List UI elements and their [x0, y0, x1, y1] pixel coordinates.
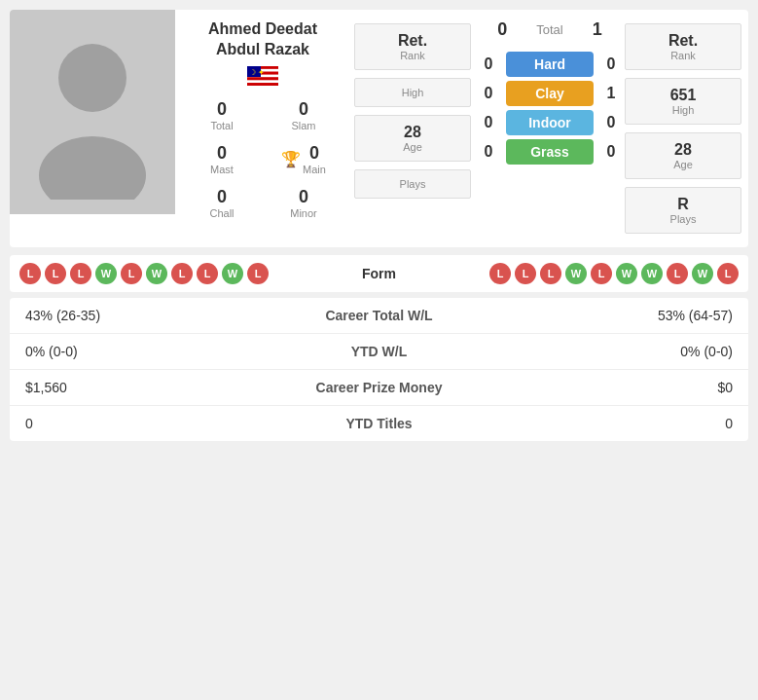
- surface-row-hard: 0 Hard 0: [479, 52, 621, 77]
- left-player-info: Ahmed Deedat Abdul Razak ☽ ✦: [175, 10, 350, 233]
- surface-rows: 0 Hard 0 0 Clay 1 0 Indoor 0 0 Grass: [479, 48, 621, 168]
- form-badge: L: [717, 263, 739, 284]
- career-stat-right: 53% (64-57): [477, 308, 734, 323]
- form-badge: W: [692, 263, 713, 284]
- surface-row-grass: 0 Grass 0: [479, 139, 621, 165]
- form-badge: L: [19, 263, 41, 284]
- career-stats-section: 43% (26-35) Career Total W/L 53% (64-57)…: [10, 298, 748, 441]
- form-badge: W: [95, 263, 117, 284]
- left-player-flag: ☽ ✦: [183, 66, 343, 90]
- trophy-icon-left: 🏆: [281, 150, 301, 168]
- career-stat-row: 43% (26-35) Career Total W/L 53% (64-57): [10, 298, 748, 334]
- form-section: LLLWLWLLWL Form LLLWLWWLWL: [10, 255, 748, 292]
- form-badge: W: [565, 263, 587, 284]
- form-badge: L: [591, 263, 612, 284]
- career-stat-row: 0 YTD Titles 0: [10, 406, 748, 441]
- svg-rect-7: [247, 77, 278, 80]
- career-stat-left: 0: [25, 416, 282, 431]
- grass-surface-btn[interactable]: Grass: [506, 139, 594, 165]
- form-label: Form: [321, 266, 438, 281]
- career-stat-right: $0: [477, 380, 734, 395]
- total-row: 0 Total 1: [497, 19, 602, 40]
- form-badge: L: [489, 263, 511, 284]
- svg-rect-8: [247, 80, 278, 83]
- career-stat-label: YTD Titles: [282, 416, 477, 431]
- career-stat-label: Career Total W/L: [282, 308, 477, 323]
- indoor-surface-btn[interactable]: Indoor: [506, 110, 594, 135]
- form-badge: W: [222, 263, 243, 284]
- left-player-photo: [10, 10, 175, 214]
- form-badge: L: [667, 263, 688, 284]
- surface-row-indoor: 0 Indoor 0: [479, 110, 621, 135]
- left-age-box: 28 Age: [354, 115, 471, 162]
- form-badge: W: [641, 263, 663, 284]
- left-slam-stat: 0 Slam: [265, 95, 343, 135]
- form-badge: L: [70, 263, 91, 284]
- career-stat-label: YTD W/L: [282, 344, 477, 359]
- svg-rect-9: [247, 83, 278, 86]
- right-form-results: LLLWLWWLWL: [438, 263, 740, 284]
- right-high-box: 651 High: [625, 78, 741, 125]
- right-plays-box: R Plays: [625, 187, 741, 234]
- left-form-results: LLLWLWLLWL: [19, 263, 321, 284]
- left-total-stat: 0 Total: [183, 95, 261, 135]
- career-stat-label: Career Prize Money: [282, 380, 477, 395]
- hard-surface-btn[interactable]: Hard: [506, 52, 594, 77]
- form-badge: L: [45, 263, 66, 284]
- form-badge: L: [171, 263, 193, 284]
- left-high-box: High: [354, 78, 471, 107]
- right-rank-box: Ret. Rank: [625, 23, 741, 70]
- right-player-info: Linus Frost 0 Total 0 Slam: [741, 10, 748, 214]
- form-badge: L: [515, 263, 536, 284]
- right-rank-column: Ret. Rank 651 High 28 Age R Plays: [625, 10, 741, 247]
- main-container: Ahmed Deedat Abdul Razak ☽ ✦: [0, 0, 758, 451]
- right-age-box: 28 Age: [625, 132, 741, 179]
- career-stat-left: 0% (0-0): [25, 344, 282, 359]
- career-stat-right: 0: [477, 416, 734, 431]
- svg-point-0: [58, 44, 126, 112]
- left-chall-stat: 0 Chall: [183, 183, 261, 223]
- surface-row-clay: 0 Clay 1: [479, 81, 621, 106]
- top-section: Ahmed Deedat Abdul Razak ☽ ✦: [10, 10, 748, 247]
- form-badge: W: [616, 263, 637, 284]
- career-stat-row: 0% (0-0) YTD W/L 0% (0-0): [10, 334, 748, 370]
- form-badge: W: [146, 263, 167, 284]
- left-minor-stat: 0 Minor: [265, 183, 343, 223]
- left-mast-stat: 0 Mast: [183, 139, 261, 179]
- career-stat-left: $1,560: [25, 380, 282, 395]
- svg-text:☽ ✦: ☽ ✦: [249, 68, 265, 77]
- left-plays-box: Plays: [354, 169, 471, 199]
- form-badge: L: [197, 263, 218, 284]
- form-badge: L: [121, 263, 142, 284]
- h2h-section: 0 Total 1 0 Hard 0 0 Clay 1 0 Indoor: [475, 10, 625, 178]
- career-stat-left: 43% (26-35): [25, 308, 282, 323]
- form-badge: L: [247, 263, 269, 284]
- career-stat-right: 0% (0-0): [477, 344, 734, 359]
- svg-point-1: [39, 136, 146, 200]
- form-badge: L: [540, 263, 561, 284]
- left-rank-column: Ret. Rank High 28 Age Plays: [350, 10, 475, 212]
- clay-surface-btn[interactable]: Clay: [506, 81, 594, 106]
- career-stat-row: $1,560 Career Prize Money $0: [10, 370, 748, 406]
- left-player-name: Ahmed Deedat Abdul Razak: [183, 19, 343, 60]
- left-trophy-main: 🏆 0 Main: [265, 139, 343, 179]
- left-rank-box: Ret. Rank: [354, 23, 471, 70]
